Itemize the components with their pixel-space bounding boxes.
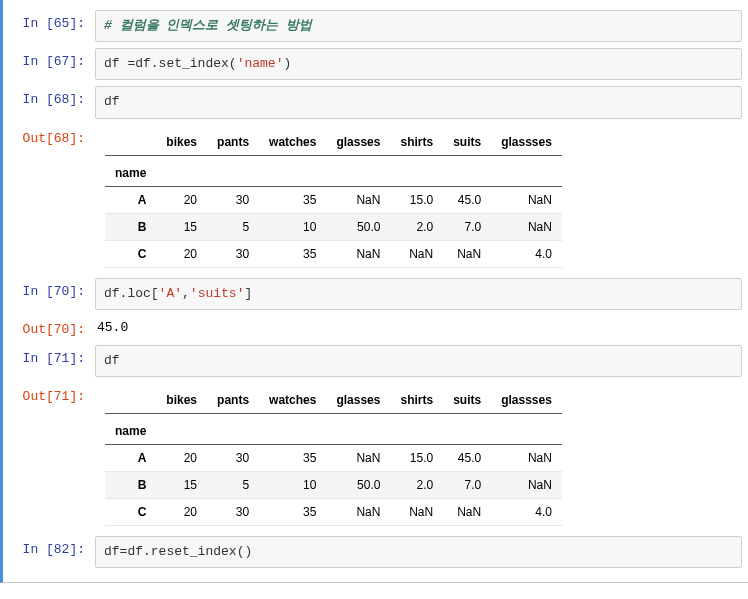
code-cell[interactable]: In [67]: df =df.set_index('name')	[9, 48, 742, 80]
cell: NaN	[443, 498, 491, 525]
col-header: bikes	[156, 129, 207, 156]
table-row: A 20 30 35 NaN 15.0 45.0 NaN	[105, 186, 562, 213]
col-header: suits	[443, 387, 491, 414]
code-paren: (	[229, 56, 237, 71]
cell: NaN	[326, 498, 390, 525]
cell: 5	[207, 471, 259, 498]
col-header: shirts	[390, 129, 443, 156]
cell: 20	[156, 444, 207, 471]
code-cell[interactable]: In [71]: df	[9, 345, 742, 377]
row-index: A	[105, 444, 156, 471]
prompt-in: In [82]:	[9, 536, 95, 557]
code-cell[interactable]: In [68]: df	[9, 86, 742, 118]
code-paren: )	[283, 56, 291, 71]
table-row: B 15 5 10 50.0 2.0 7.0 NaN	[105, 213, 562, 240]
col-header: glassses	[491, 129, 562, 156]
code-input[interactable]: # 컬럼을 인덱스로 셋팅하는 방법	[95, 10, 742, 42]
cell: NaN	[491, 471, 562, 498]
code-text: df	[104, 94, 120, 109]
code-string: 'A'	[159, 286, 182, 301]
prompt-in: In [65]:	[9, 10, 95, 31]
row-index: B	[105, 213, 156, 240]
cell: 20	[156, 498, 207, 525]
index-name-row: name	[105, 155, 562, 186]
prompt-in: In [71]:	[9, 345, 95, 366]
cell: 50.0	[326, 471, 390, 498]
code-text: ]	[244, 286, 252, 301]
code-input[interactable]: df =df.set_index('name')	[95, 48, 742, 80]
cell: NaN	[491, 213, 562, 240]
cell: NaN	[390, 498, 443, 525]
code-text: df =df.	[104, 56, 159, 71]
code-string: 'name'	[237, 56, 284, 71]
table-row: A 20 30 35 NaN 15.0 45.0 NaN	[105, 444, 562, 471]
cell: NaN	[326, 186, 390, 213]
col-header: bikes	[156, 387, 207, 414]
cell: 5	[207, 213, 259, 240]
cell: NaN	[491, 186, 562, 213]
prompt-in: In [67]:	[9, 48, 95, 69]
code-input[interactable]: df=df.reset_index()	[95, 536, 742, 568]
cell: 7.0	[443, 213, 491, 240]
col-header: pants	[207, 129, 259, 156]
col-header: watches	[259, 387, 326, 414]
table-header-row: bikes pants watches glasses shirts suits…	[105, 387, 562, 414]
cell: 45.0	[443, 186, 491, 213]
code-cell[interactable]: In [82]: df=df.reset_index()	[9, 536, 742, 568]
dataframe-table: bikes pants watches glasses shirts suits…	[105, 387, 562, 526]
cell: 30	[207, 444, 259, 471]
prompt-out: Out[71]:	[9, 383, 95, 404]
cell: 15.0	[390, 186, 443, 213]
table-header-row: bikes pants watches glasses shirts suits…	[105, 129, 562, 156]
code-input[interactable]: df	[95, 86, 742, 118]
code-text: ,	[182, 286, 190, 301]
code-string: 'suits'	[190, 286, 245, 301]
code-cell[interactable]: In [65]: # 컬럼을 인덱스로 셋팅하는 방법	[9, 10, 742, 42]
code-input[interactable]: df	[95, 345, 742, 377]
output-cell: Out[71]: bikes pants watches glasses shi…	[9, 383, 742, 530]
cell: NaN	[326, 240, 390, 267]
col-header: glasses	[326, 387, 390, 414]
table-row: C 20 30 35 NaN NaN NaN 4.0	[105, 240, 562, 267]
cell: 30	[207, 498, 259, 525]
cell: NaN	[443, 240, 491, 267]
output-text: 45.0	[95, 316, 742, 339]
col-header: glasses	[326, 129, 390, 156]
cell: 45.0	[443, 444, 491, 471]
notebook-container: In [65]: # 컬럼을 인덱스로 셋팅하는 방법 In [67]: df …	[0, 0, 748, 583]
index-name: name	[105, 413, 156, 444]
code-fn: reset_index	[151, 544, 237, 559]
code-text: ()	[237, 544, 253, 559]
col-header: pants	[207, 387, 259, 414]
table-row: C 20 30 35 NaN NaN NaN 4.0	[105, 498, 562, 525]
row-index: B	[105, 471, 156, 498]
row-index: C	[105, 498, 156, 525]
cell: 15	[156, 471, 207, 498]
prompt-in: In [70]:	[9, 278, 95, 299]
output-cell: Out[68]: bikes pants watches glasses shi…	[9, 125, 742, 272]
code-fn: set_index	[159, 56, 229, 71]
cell: 2.0	[390, 213, 443, 240]
code-cell[interactable]: In [70]: df.loc['A','suits']	[9, 278, 742, 310]
cell: 50.0	[326, 213, 390, 240]
cell: 7.0	[443, 471, 491, 498]
prompt-out: Out[70]:	[9, 316, 95, 337]
cell: 15.0	[390, 444, 443, 471]
cell: 20	[156, 186, 207, 213]
cell: 10	[259, 213, 326, 240]
code-text: df=df.	[104, 544, 151, 559]
cell: 35	[259, 186, 326, 213]
cell: 10	[259, 471, 326, 498]
cell: 4.0	[491, 498, 562, 525]
cell: 35	[259, 240, 326, 267]
cell: 35	[259, 444, 326, 471]
cell: NaN	[390, 240, 443, 267]
output-cell: Out[70]: 45.0	[9, 316, 742, 339]
col-header: suits	[443, 129, 491, 156]
cell: 35	[259, 498, 326, 525]
col-header: glassses	[491, 387, 562, 414]
code-input[interactable]: df.loc['A','suits']	[95, 278, 742, 310]
dataframe-table: bikes pants watches glasses shirts suits…	[105, 129, 562, 268]
cell: 30	[207, 240, 259, 267]
col-header: watches	[259, 129, 326, 156]
